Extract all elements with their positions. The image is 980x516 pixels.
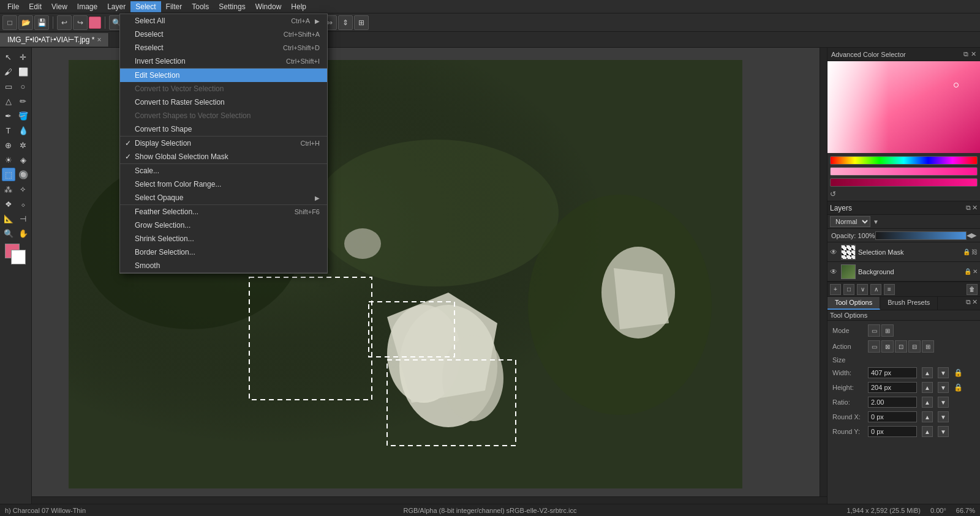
path-tool[interactable]: ✏ (17, 94, 30, 108)
round-y-up-btn[interactable]: ▲ (922, 426, 933, 437)
menu-layer[interactable]: Layer (102, 1, 130, 12)
opacity-up-btn[interactable]: ▶ (971, 231, 976, 239)
layers-detach[interactable]: ⧉ (966, 204, 971, 212)
ellipse-select-tool[interactable]: ○ (17, 80, 30, 93)
menu-entry-border[interactable]: Border Selection... (120, 245, 327, 259)
menu-entry-select-opaque[interactable]: Select Opaque ▶ (120, 191, 327, 204)
clone-tool[interactable]: ⊕ (2, 138, 15, 152)
width-down-btn[interactable]: ▼ (938, 367, 949, 378)
layer-background[interactable]: 👁 Background 🔒 ✕ (827, 262, 980, 282)
color-selector-close[interactable]: ✕ (971, 50, 976, 58)
round-x-up-btn[interactable]: ▲ (922, 411, 933, 422)
tab-tool-options[interactable]: Tool Options (827, 297, 880, 310)
val-slider[interactable] (830, 178, 978, 187)
ratio-input[interactable] (868, 397, 917, 408)
height-down-btn[interactable]: ▼ (938, 382, 949, 393)
transform-btn[interactable]: ⊞ (354, 15, 369, 30)
layers-close[interactable]: ✕ (972, 204, 978, 212)
measure-tool[interactable]: 📐 (2, 212, 15, 225)
canvas-scrollbar-horizontal[interactable] (32, 496, 827, 504)
new-button[interactable]: □ (2, 15, 17, 30)
menu-tools[interactable]: Tools (187, 1, 214, 12)
layer-selection-mask[interactable]: 👁 Selection Mask 🔒 ⛓ (827, 242, 980, 262)
duplicate-layer-btn[interactable]: □ (843, 284, 854, 295)
mode-replace-btn[interactable]: ▭ (868, 324, 880, 337)
polygon-tool[interactable]: △ (2, 94, 15, 108)
pan-tool[interactable]: ✋ (17, 226, 30, 240)
tab-brush-presets[interactable]: Brush Presets (880, 297, 938, 310)
round-x-input[interactable] (868, 411, 917, 422)
height-input[interactable] (868, 382, 917, 393)
tab-close-button[interactable]: × (97, 36, 101, 44)
menu-entry-reselect[interactable]: Reselect Ctrl+Shift+D (120, 41, 327, 54)
ratio-up-btn[interactable]: ▲ (922, 397, 933, 408)
to-detach-icon[interactable]: ⧉ (966, 298, 971, 308)
menu-image[interactable]: Image (72, 1, 102, 12)
align-tool[interactable]: ⊣ (17, 212, 30, 225)
color-selector-detach[interactable]: ⧉ (963, 50, 968, 58)
height-lock-icon[interactable]: 🔒 (954, 383, 963, 392)
zoom-tool[interactable]: 🔍 (2, 226, 15, 240)
layer-eye-mask[interactable]: 👁 (830, 248, 839, 256)
menu-entry-grow[interactable]: Grow Selection... (120, 219, 327, 232)
color-swatch[interactable] (89, 17, 101, 29)
flip-v[interactable]: ⇕ (338, 15, 353, 30)
width-lock-icon[interactable]: 🔒 (954, 368, 963, 377)
menu-entry-smooth[interactable]: Smooth (120, 259, 327, 272)
opacity-down-btn[interactable]: ◀ (967, 231, 971, 239)
action-btn-4[interactable]: ⊟ (908, 340, 921, 353)
width-up-btn[interactable]: ▲ (922, 367, 933, 378)
hue-slider[interactable] (830, 156, 978, 165)
round-y-down-btn[interactable]: ▼ (938, 426, 949, 437)
menu-window[interactable]: Window (251, 1, 287, 12)
action-btn-2[interactable]: ⊠ (881, 340, 894, 353)
menu-entry-deselect[interactable]: Deselect Ctrl+Shift+A (120, 28, 327, 41)
pencil-tool[interactable]: ✒ (2, 109, 15, 122)
open-button[interactable]: 📂 (18, 15, 33, 30)
filter-icon[interactable]: ▼ (873, 219, 879, 225)
action-btn-3[interactable]: ⊡ (895, 340, 907, 353)
move-down-btn[interactable]: ∨ (857, 284, 868, 295)
eraser-tool[interactable]: ⬜ (17, 65, 30, 78)
menu-entry-select-color-range[interactable]: Select from Color Range... (120, 178, 327, 191)
layer-eye-bg[interactable]: 👁 (830, 267, 839, 276)
fill-tool[interactable]: 🪣 (17, 109, 30, 122)
select-tool[interactable]: ↖ (2, 50, 15, 64)
foreground-select-tool[interactable]: ❖ (2, 197, 15, 211)
blend-mode-select[interactable]: Normal (830, 216, 870, 227)
redo-button[interactable]: ↪ (73, 15, 88, 30)
menu-entry-invert[interactable]: Invert Selection Ctrl+Shift+I (120, 54, 327, 68)
heal-tool[interactable]: ✲ (17, 138, 30, 152)
menu-entry-select-all[interactable]: Select All Ctrl+A ▶ (120, 14, 327, 28)
menu-entry-show-global-mask[interactable]: ✓ Show Global Selection Mask (120, 150, 327, 163)
menu-entry-display-selection[interactable]: ✓ Display Selection Ctrl+H (120, 136, 327, 150)
to-close-icon[interactable]: ✕ (972, 298, 978, 308)
round-y-input[interactable] (868, 426, 917, 437)
menu-edit[interactable]: Edit (24, 1, 47, 12)
menu-view[interactable]: View (47, 1, 72, 12)
menu-filter[interactable]: Filter (161, 1, 187, 12)
height-up-btn[interactable]: ▲ (922, 382, 933, 393)
add-layer-btn[interactable]: + (830, 284, 841, 295)
menu-file[interactable]: File (2, 1, 24, 12)
color-refresh-icon[interactable]: ↺ (830, 190, 836, 198)
transform-tool[interactable]: ✛ (17, 50, 30, 64)
delete-layer-btn[interactable]: 🗑 (967, 284, 978, 295)
undo-button[interactable]: ↩ (57, 15, 72, 30)
color-swatches[interactable] (5, 244, 27, 266)
layer-menu-btn[interactable]: ≡ (884, 284, 895, 295)
menu-entry-scale[interactable]: Scale... (120, 164, 327, 178)
menu-entry-shrink[interactable]: Shrink Selection... (120, 232, 327, 245)
lasso-tool[interactable]: 🔘 (17, 168, 30, 181)
rect-select-tool[interactable]: ▭ (2, 80, 15, 93)
menu-entry-edit-selection[interactable]: Edit Selection (120, 69, 327, 82)
save-button[interactable]: 💾 (34, 15, 49, 30)
opacity-slider[interactable] (875, 231, 967, 240)
width-input[interactable] (868, 367, 917, 378)
action-btn-1[interactable]: ▭ (868, 340, 880, 353)
text-tool[interactable]: T (2, 124, 15, 137)
menu-entry-convert-raster[interactable]: Convert to Raster Selection (120, 95, 327, 109)
dodge-tool[interactable]: ☀ (2, 153, 15, 166)
mode-add-btn[interactable]: ⊞ (881, 324, 894, 337)
rect-marquee-tool[interactable]: ⬚ (2, 168, 15, 181)
